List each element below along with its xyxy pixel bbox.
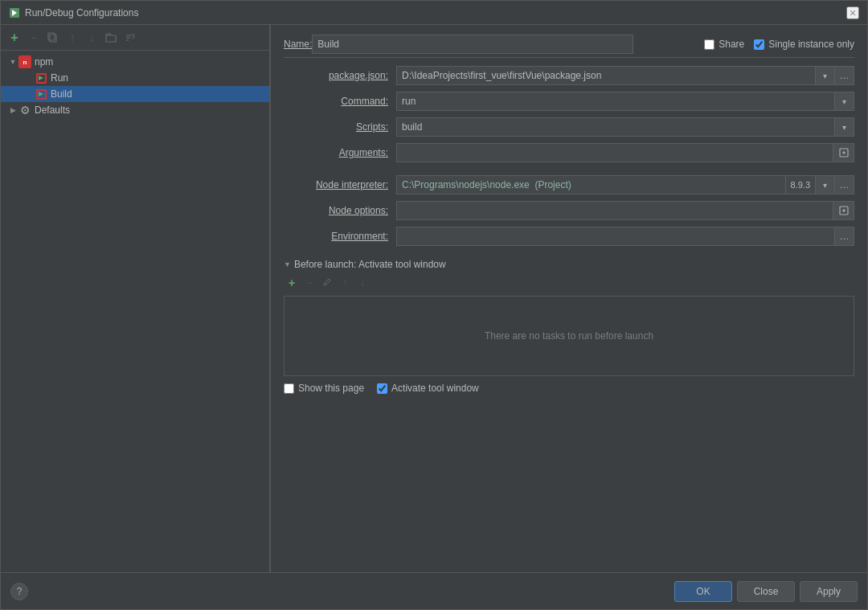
dialog-icon (9, 7, 20, 18)
share-checkbox[interactable] (704, 39, 714, 50)
before-launch-section: ▼ Before launch: Activate tool window + … (284, 259, 854, 394)
node-interpreter-browse-btn[interactable]: … (835, 175, 854, 194)
command-select[interactable]: run install test build (396, 92, 835, 111)
scripts-label: Scripts: (284, 121, 396, 133)
package-json-input-group: ▾ … (396, 66, 854, 85)
tree-defaults-label: Defaults (35, 104, 70, 116)
svg-rect-2 (50, 35, 56, 42)
command-row: Command: run install test build ▾ (284, 92, 854, 111)
node-options-input[interactable] (396, 201, 833, 220)
help-button[interactable]: ? (10, 583, 28, 600)
arguments-input-group (396, 143, 854, 162)
show-page-checkbox-label[interactable]: Show this page (284, 383, 364, 394)
node-options-input-group (396, 201, 854, 220)
before-launch-add-btn[interactable]: + (284, 275, 300, 291)
copy-config-button[interactable] (44, 29, 62, 47)
ok-button[interactable]: OK (674, 581, 732, 602)
node-interpreter-input[interactable] (396, 175, 786, 194)
before-launch-empty-area: There are no tasks to run before launch (284, 296, 854, 376)
tree-item-defaults[interactable]: ▶ ⚙ Defaults (1, 102, 269, 118)
run-spacer (23, 72, 35, 84)
close-button[interactable]: Close (737, 581, 795, 602)
tree-build-label: Build (51, 88, 72, 100)
bottom-bar: ? OK Close Apply (1, 572, 867, 609)
tree-item-npm[interactable]: ▼ n npm (1, 54, 269, 70)
environment-label: Environment: (284, 231, 396, 242)
folder-button[interactable] (102, 29, 120, 47)
main-content: + − ↑ ↓ (1, 25, 867, 572)
activate-tool-checkbox-label[interactable]: Activate tool window (377, 383, 479, 394)
command-select-wrapper: run install test build ▾ (396, 92, 854, 111)
remove-config-button[interactable]: − (25, 29, 43, 47)
node-interpreter-input-group: 8.9.3 ▾ … (396, 175, 854, 194)
single-instance-label: Single instance only (768, 39, 854, 50)
build-config-icon (35, 88, 47, 100)
scripts-dropdown-arrow[interactable]: ▾ (835, 117, 854, 137)
before-launch-arrow: ▼ (284, 260, 291, 268)
title-bar: Run/Debug Configurations × (1, 1, 867, 25)
package-json-dropdown-btn[interactable]: ▾ (816, 66, 835, 85)
before-launch-down-btn[interactable]: ↓ (354, 275, 371, 291)
scripts-row: Scripts: build serve test ▾ (284, 117, 854, 137)
command-dropdown-arrow[interactable]: ▾ (835, 92, 854, 111)
arguments-expand-btn[interactable] (833, 143, 854, 162)
package-json-input[interactable] (396, 66, 816, 85)
name-label: Name: (284, 39, 312, 50)
show-page-label: Show this page (298, 383, 364, 394)
environment-input-group: … (396, 227, 854, 246)
separator-1 (284, 169, 854, 175)
name-input[interactable] (312, 35, 633, 54)
tree-run-label: Run (51, 72, 68, 84)
package-json-label: package.json: (284, 70, 396, 81)
arguments-label: Arguments: (284, 147, 396, 158)
arguments-input[interactable] (396, 143, 833, 162)
header-options: Share Single instance only (704, 39, 854, 50)
single-instance-checkbox[interactable] (754, 39, 764, 50)
add-config-button[interactable]: + (6, 29, 23, 47)
command-label: Command: (284, 96, 396, 107)
node-options-expand-btn[interactable] (833, 201, 854, 220)
build-spacer (23, 88, 35, 100)
environment-input[interactable] (396, 227, 835, 246)
activate-tool-label: Activate tool window (391, 383, 479, 394)
before-launch-remove-btn[interactable]: − (301, 275, 317, 291)
package-json-row: package.json: ▾ … (284, 66, 854, 85)
bottom-checkboxes: Show this page Activate tool window (284, 383, 854, 394)
move-up-button[interactable]: ↑ (63, 29, 81, 47)
node-version-badge: 8.9.3 (786, 175, 816, 194)
tree-item-build[interactable]: Build (1, 86, 269, 102)
run-debug-dialog: Run/Debug Configurations × + − ↑ ↓ (0, 0, 868, 610)
node-options-row: Node options: (284, 201, 854, 220)
share-label: Share (719, 39, 744, 50)
before-launch-title: Before launch: Activate tool window (294, 259, 446, 270)
tree-item-run[interactable]: Run (1, 70, 269, 86)
config-tree: ▼ n npm Run (1, 51, 269, 572)
scripts-select-wrapper: build serve test ▾ (396, 117, 854, 137)
arguments-row: Arguments: (284, 143, 854, 162)
before-launch-edit-btn[interactable] (319, 275, 335, 291)
share-checkbox-label[interactable]: Share (704, 39, 744, 50)
single-instance-checkbox-label[interactable]: Single instance only (754, 39, 854, 50)
activate-tool-checkbox[interactable] (377, 383, 387, 394)
right-panel: Name: Share Single instance only packa (271, 25, 867, 572)
sort-button[interactable] (121, 29, 139, 47)
move-down-button[interactable]: ↓ (83, 29, 100, 47)
bottom-buttons: OK Close Apply (674, 581, 858, 602)
scripts-select[interactable]: build serve test (396, 117, 835, 137)
defaults-icon: ⚙ (18, 104, 31, 117)
defaults-arrow: ▶ (7, 104, 18, 116)
top-header: Name: Share Single instance only (284, 35, 854, 58)
before-launch-up-btn[interactable]: ↑ (337, 275, 353, 291)
npm-icon: n (18, 55, 31, 68)
apply-button[interactable]: Apply (800, 581, 858, 602)
package-json-browse-btn[interactable]: … (835, 66, 854, 85)
node-interpreter-label: Node interpreter: (284, 179, 396, 190)
npm-arrow: ▼ (7, 56, 18, 68)
run-config-icon (35, 72, 47, 84)
close-dialog-button[interactable]: × (846, 6, 859, 19)
node-interpreter-dropdown-btn[interactable]: ▾ (816, 175, 835, 194)
show-page-checkbox[interactable] (284, 383, 294, 394)
environment-browse-btn[interactable]: … (835, 227, 854, 246)
tree-npm-label: npm (35, 56, 53, 68)
before-launch-header[interactable]: ▼ Before launch: Activate tool window (284, 259, 854, 270)
